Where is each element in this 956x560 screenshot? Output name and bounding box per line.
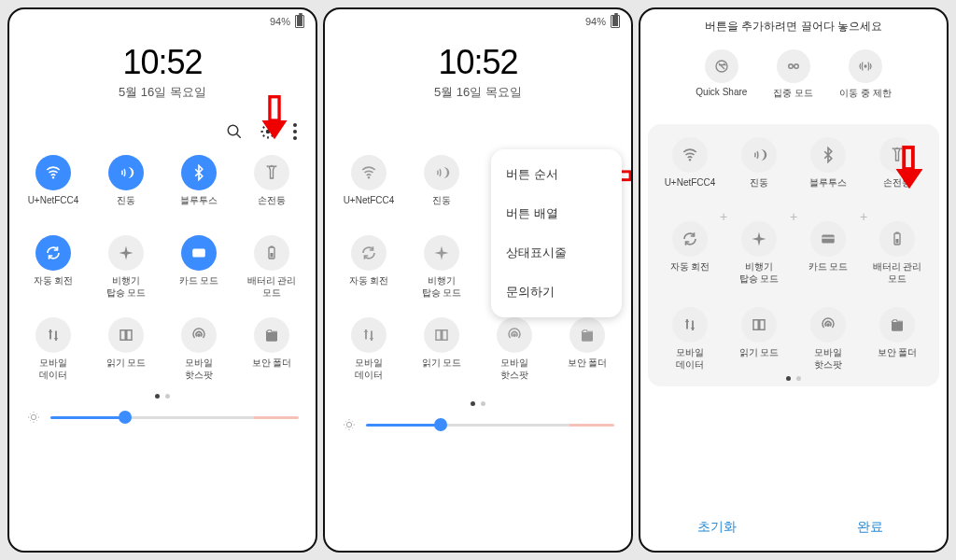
- tile-airplane[interactable]: 비행기탑승 모드: [726, 221, 792, 285]
- pager-dot-current: [471, 401, 475, 406]
- hotspot-icon[interactable]: [181, 317, 217, 353]
- tile-wifi[interactable]: U+NetFCC4: [657, 137, 723, 199]
- tile-rotate[interactable]: 자동 회전: [19, 235, 88, 299]
- brightness-row: [9, 400, 316, 441]
- vibrate-icon[interactable]: [108, 155, 144, 190]
- tile-read[interactable]: 읽기 모드: [407, 317, 476, 381]
- slider-thumb[interactable]: [434, 418, 447, 431]
- svg-point-40: [826, 323, 830, 327]
- quickshare-icon[interactable]: [705, 49, 738, 83]
- available-tile-motion[interactable]: 이동 중 제한: [839, 49, 892, 100]
- tile-mobiledata[interactable]: 모바일데이터: [657, 307, 723, 371]
- bluetooth-icon[interactable]: [810, 137, 846, 173]
- search-icon[interactable]: [226, 123, 243, 140]
- tile-mobiledata[interactable]: 모바일데이터: [19, 317, 88, 381]
- menu-item-button-order[interactable]: 버튼 순서: [491, 155, 622, 194]
- add-slot-icon[interactable]: +: [790, 210, 797, 223]
- airplane-icon[interactable]: [741, 221, 777, 257]
- tile-secure[interactable]: 보안 폴더: [237, 317, 306, 381]
- focus-icon[interactable]: [777, 49, 810, 83]
- tile-hotspot[interactable]: 모바일핫스팟: [795, 307, 861, 371]
- tile-hotspot[interactable]: 모바일핫스팟: [164, 317, 233, 381]
- card-icon[interactable]: [181, 235, 217, 271]
- tile-mobiledata[interactable]: 모바일데이터: [334, 317, 403, 381]
- brightness-slider[interactable]: [50, 416, 299, 419]
- read-icon[interactable]: [741, 307, 777, 343]
- clock-area: 10:52 5월 16일 목요일: [9, 30, 316, 105]
- tile-airplane[interactable]: 비행기탑승 모드: [91, 235, 161, 299]
- tile-battery[interactable]: 배터리 관리모드: [237, 235, 306, 299]
- brightness-slider[interactable]: [366, 424, 614, 427]
- tile-read[interactable]: 읽기 모드: [91, 317, 161, 381]
- read-icon[interactable]: [424, 317, 459, 353]
- tile-secure[interactable]: 보안 폴더: [865, 307, 930, 371]
- add-slot-icon[interactable]: +: [720, 210, 727, 223]
- tile-label: 보안 폴더: [568, 357, 608, 379]
- tile-hotspot[interactable]: 모바일핫스팟: [480, 317, 549, 381]
- motion-icon[interactable]: [849, 49, 882, 83]
- battery-icon[interactable]: [254, 235, 289, 271]
- panel-2: 94% 10:52 5월 16일 목요일 U+NetFCC4진동블루투스손전등자…: [323, 7, 633, 553]
- menu-item-statusbar[interactable]: 상태표시줄: [491, 233, 622, 273]
- available-tile-quickshare[interactable]: Quick Share: [696, 49, 747, 100]
- secure-icon[interactable]: [569, 317, 605, 353]
- tile-vibrate[interactable]: 진동: [726, 137, 792, 199]
- tile-wifi[interactable]: U+NetFCC4: [334, 155, 403, 217]
- add-slot-icon[interactable]: +: [860, 210, 867, 223]
- secure-icon[interactable]: [254, 317, 289, 353]
- menu-item-button-layout[interactable]: 버튼 배열: [491, 194, 622, 233]
- airplane-icon[interactable]: [424, 235, 459, 271]
- tile-bluetooth[interactable]: 블루투스: [795, 137, 861, 199]
- reset-button[interactable]: 초기화: [640, 504, 794, 551]
- rotate-icon[interactable]: [35, 235, 71, 271]
- svg-point-31: [794, 64, 798, 69]
- secure-icon[interactable]: [879, 307, 915, 343]
- rotate-icon[interactable]: [351, 235, 387, 271]
- battery-icon[interactable]: [879, 221, 915, 257]
- pager: [654, 371, 934, 383]
- tile-read[interactable]: 읽기 모드: [726, 307, 792, 371]
- tile-label: 읽기 모드: [739, 346, 780, 369]
- mobiledata-icon[interactable]: [672, 307, 708, 343]
- bluetooth-icon[interactable]: [181, 155, 217, 190]
- tile-battery[interactable]: 배터리 관리모드: [865, 221, 930, 285]
- wifi-icon[interactable]: [35, 155, 71, 190]
- tile-bluetooth[interactable]: 블루투스: [164, 155, 233, 217]
- airplane-icon[interactable]: [108, 235, 144, 271]
- slider-thumb[interactable]: [119, 411, 132, 424]
- pager-dot: [796, 376, 801, 381]
- tile-rotate[interactable]: 자동 회전: [334, 235, 403, 299]
- menu-item-contact[interactable]: 문의하기: [491, 273, 622, 312]
- tile-label: 보안 폴더: [878, 346, 918, 369]
- tile-wifi[interactable]: U+NetFCC4: [19, 155, 88, 217]
- tile-vibrate[interactable]: 진동: [407, 155, 476, 217]
- wifi-icon[interactable]: [351, 155, 387, 190]
- mobiledata-icon[interactable]: [351, 317, 387, 353]
- wifi-icon[interactable]: [672, 137, 708, 173]
- available-tile-focus[interactable]: 집중 모드: [773, 49, 813, 100]
- tile-card[interactable]: 카드 모드: [795, 221, 861, 285]
- vibrate-icon[interactable]: [741, 137, 777, 173]
- tile-card[interactable]: 카드 모드: [164, 235, 233, 299]
- annotation-arrow-flashlight: [889, 146, 930, 200]
- read-icon[interactable]: [108, 317, 144, 353]
- mobiledata-icon[interactable]: [35, 317, 71, 353]
- tile-rotate[interactable]: 자동 회전: [657, 221, 723, 285]
- hotspot-icon[interactable]: [497, 317, 532, 353]
- svg-rect-39: [896, 239, 899, 244]
- bottom-buttons: 초기화 완료: [640, 504, 947, 551]
- pager-dot-current: [155, 394, 160, 399]
- tile-flashlight[interactable]: 손전등: [237, 155, 306, 217]
- tile-secure[interactable]: 보안 폴더: [553, 317, 622, 381]
- brightness-row: [325, 408, 631, 449]
- svg-point-30: [788, 64, 793, 69]
- tile-vibrate[interactable]: 진동: [91, 155, 161, 217]
- card-icon[interactable]: [810, 221, 846, 257]
- flashlight-icon[interactable]: [254, 155, 289, 190]
- tile-label: U+NetFCC4: [344, 194, 395, 217]
- vibrate-icon[interactable]: [424, 155, 459, 190]
- rotate-icon[interactable]: [672, 221, 708, 257]
- hotspot-icon[interactable]: [810, 307, 846, 343]
- tile-airplane[interactable]: 비행기탑승 모드: [407, 235, 476, 299]
- done-button[interactable]: 완료: [794, 504, 947, 551]
